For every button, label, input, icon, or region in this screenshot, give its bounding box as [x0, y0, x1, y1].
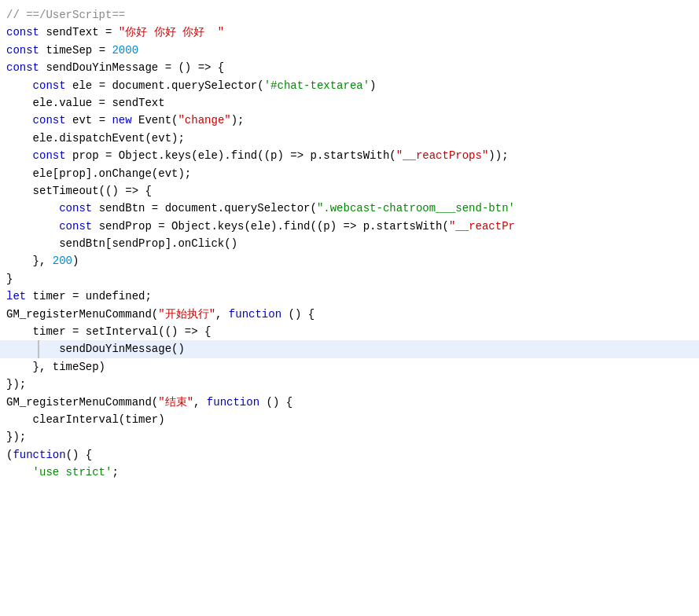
code-line-22: });: [0, 376, 699, 393]
code-line-3: const timeSep = 2000: [0, 42, 699, 59]
code-line-16: }: [0, 270, 699, 288]
comment-text: // ==/UserScript==: [6, 9, 125, 21]
code-line-17: let timer = undefined;: [0, 288, 699, 305]
code-line-4: const sendDouYinMessage = () => {: [0, 59, 699, 76]
code-line-19: timer = setInterval(() => {: [0, 323, 699, 340]
code-line-15: }, 200): [0, 252, 699, 270]
code-line-10: ele[prop].onChange(evt);: [0, 165, 699, 182]
code-line-12: const sendBtn = document.querySelector("…: [0, 200, 699, 217]
code-line-21: }, timeSep): [0, 358, 699, 376]
code-line-14: sendBtn[sendProp].onClick(): [0, 235, 699, 252]
code-line-5: const ele = document.querySelector('#cha…: [0, 77, 699, 94]
code-line-8: ele.dispatchEvent(evt);: [0, 130, 699, 147]
code-line-20: sendDouYinMessage(): [0, 340, 699, 358]
code-line-11: setTimeout(() => {: [0, 182, 699, 200]
code-line-26: (function() {: [0, 446, 699, 464]
code-line-23: GM_registerMenuCommand("结束", function ()…: [0, 394, 699, 411]
code-line-6: ele.value = sendText: [0, 94, 699, 112]
code-line-7: const evt = new Event("change");: [0, 112, 699, 129]
code-line-13: const sendProp = Object.keys(ele).find((…: [0, 218, 699, 235]
code-line-1: // ==/UserScript==: [0, 6, 699, 24]
code-line-18: GM_registerMenuCommand("开始执行", function …: [0, 306, 699, 323]
code-line-24: clearInterval(timer): [0, 411, 699, 428]
code-editor: // ==/UserScript== const sendText = "你好 …: [0, 0, 699, 616]
code-line-25: });: [0, 428, 699, 446]
code-line-2: const sendText = "你好 你好 你好 ": [0, 24, 699, 41]
code-line-9: const prop = Object.keys(ele).find((p) =…: [0, 147, 699, 164]
indent-bar: [38, 340, 39, 358]
code-line-27: 'use strict';: [0, 464, 699, 481]
